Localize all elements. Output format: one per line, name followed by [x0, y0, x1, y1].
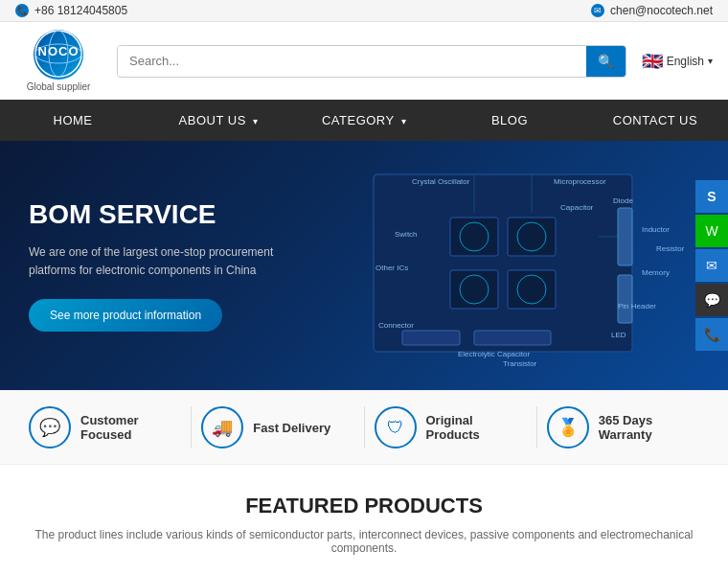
nav-home[interactable]: HOME	[0, 100, 146, 141]
svg-rect-9	[618, 208, 632, 265]
svg-text:LED: LED	[611, 331, 626, 339]
logo-text: NOCO	[34, 30, 82, 80]
nav: HOME ABOUT US ▾ CATEGORY ▾ BLOG CONTACT …	[0, 100, 728, 141]
lang-dropdown-icon: ▾	[708, 56, 713, 66]
top-bar: 📞 +86 18124045805 ✉ chen@nocotech.net	[0, 0, 728, 22]
email-icon: ✉	[591, 4, 604, 17]
hero-description: We are one of the largest one-stop procu…	[29, 243, 297, 280]
nav-blog[interactable]: BLOG	[437, 100, 582, 141]
svg-text:Switch: Switch	[395, 230, 418, 239]
customer-focused-icon: 💬	[29, 406, 71, 448]
category-dropdown-icon: ▾	[401, 116, 407, 126]
original-products-icon: 🛡	[375, 406, 417, 448]
chat-button[interactable]: 💬	[695, 284, 728, 316]
feature-customer-label: Customer Focused	[80, 413, 181, 442]
hero-title: BOM SERVICE	[29, 199, 297, 230]
whatsapp-button[interactable]: W	[695, 215, 728, 247]
email-address: chen@nocotech.net	[610, 4, 713, 17]
feature-original-label: Original Products	[426, 413, 527, 442]
phone-side-button[interactable]: 📞	[695, 318, 728, 351]
lang-selector[interactable]: 🇬🇧 English ▾	[642, 51, 713, 72]
search-button[interactable]: 🔍	[586, 46, 626, 77]
phone-number: +86 18124045805	[34, 4, 127, 17]
flag-icon: 🇬🇧	[642, 51, 663, 72]
svg-rect-11	[402, 331, 460, 345]
svg-rect-6	[508, 218, 556, 256]
featured-products-section: FEATURED PRODUCTS The product lines incl…	[0, 465, 728, 575]
lang-label: English	[667, 55, 704, 68]
svg-text:Inductor: Inductor	[642, 225, 670, 234]
featured-title: FEATURED PRODUCTS	[19, 494, 709, 518]
svg-text:Crystal Oscillator: Crystal Oscillator	[412, 177, 470, 186]
hero-left: BOM SERVICE We are one of the largest on…	[29, 199, 297, 332]
features-bar: 💬 Customer Focused 🚚 Fast Delivery 🛡 Ori…	[0, 390, 728, 465]
nav-about[interactable]: ABOUT US ▾	[146, 100, 291, 141]
svg-rect-8	[508, 270, 556, 309]
hero-banner: BOM SERVICE We are one of the largest on…	[0, 141, 728, 390]
svg-text:Electrolytic Capacitor: Electrolytic Capacitor	[458, 350, 530, 358]
svg-text:Other ICs: Other ICs	[375, 264, 408, 272]
svg-text:NOCO: NOCO	[38, 44, 80, 58]
svg-text:Resistor: Resistor	[656, 244, 685, 253]
top-bar-right: ✉ chen@nocotech.net	[591, 4, 713, 17]
logo-subtitle: Global supplier	[27, 81, 91, 92]
logo: NOCO	[34, 30, 83, 80]
svg-text:Memory: Memory	[642, 268, 670, 277]
feature-warranty: 🏅 365 Days Warranty	[536, 406, 709, 448]
featured-description: The product lines include various kinds …	[19, 528, 709, 555]
top-bar-left: 📞 +86 18124045805	[15, 4, 127, 17]
svg-rect-5	[450, 218, 498, 256]
feature-fast-delivery: 🚚 Fast Delivery	[191, 406, 363, 448]
svg-rect-7	[450, 270, 498, 309]
logo-area[interactable]: NOCO Global supplier	[15, 30, 102, 92]
svg-rect-10	[618, 275, 632, 323]
search-area: 🔍	[117, 45, 626, 78]
header: NOCO Global supplier 🔍 🇬🇧 English ▾	[0, 22, 728, 100]
hero-cta-button[interactable]: See more product information	[29, 299, 222, 332]
nav-contact[interactable]: CONTACT US	[582, 100, 728, 141]
warranty-icon: 🏅	[547, 406, 589, 448]
feature-warranty-label: 365 Days Warranty	[599, 413, 699, 442]
svg-rect-12	[474, 331, 551, 345]
nav-category[interactable]: CATEGORY ▾	[291, 100, 437, 141]
svg-text:Diode: Diode	[613, 196, 633, 205]
email-side-button[interactable]: ✉	[695, 249, 728, 282]
svg-text:Capacitor: Capacitor	[560, 203, 594, 212]
feature-delivery-label: Fast Delivery	[253, 421, 330, 435]
phone-icon: 📞	[15, 4, 29, 17]
feature-customer-focused: 💬 Customer Focused	[19, 406, 191, 448]
hero-right: Microprocessor Crystal Oscillator Capaci…	[297, 160, 699, 371]
svg-text:Connector: Connector	[378, 321, 414, 330]
svg-text:Pin Header: Pin Header	[618, 302, 656, 310]
fast-delivery-icon: 🚚	[201, 406, 243, 448]
feature-original-products: 🛡 Original Products	[364, 406, 536, 448]
search-input[interactable]	[118, 46, 586, 76]
svg-text:Transistor: Transistor	[503, 359, 537, 368]
svg-text:Microprocessor: Microprocessor	[554, 177, 606, 186]
about-dropdown-icon: ▾	[253, 116, 259, 126]
skype-button[interactable]: S	[695, 180, 728, 213]
